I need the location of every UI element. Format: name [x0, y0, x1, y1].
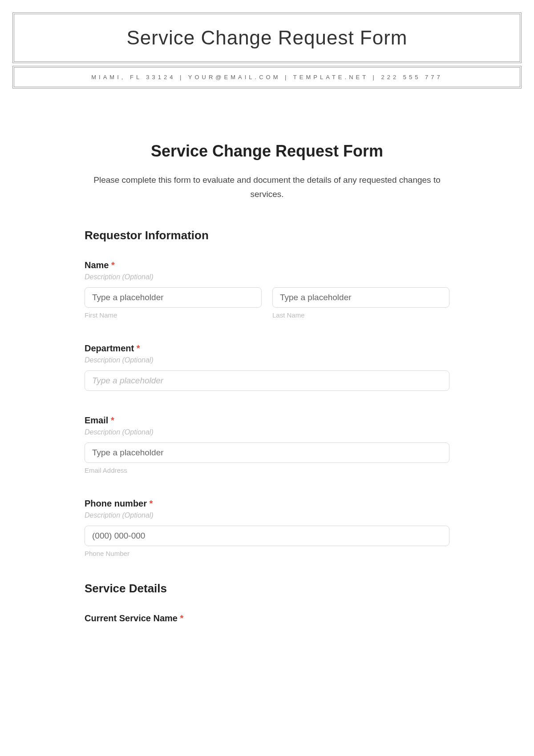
phone-label-text: Phone number: [85, 499, 147, 508]
last-name-input[interactable]: [272, 287, 449, 308]
name-label: Name *: [85, 260, 449, 270]
department-input[interactable]: [85, 370, 449, 391]
required-mark: *: [137, 343, 140, 353]
banner-title-box: Service Change Request Form: [12, 12, 522, 63]
form-container: Service Change Request Form Please compl…: [67, 93, 467, 644]
phone-description: Description (Optional): [85, 511, 449, 519]
banner-title: Service Change Request Form: [23, 27, 511, 49]
email-sublabel: Email Address: [85, 466, 449, 474]
department-label-text: Department: [85, 343, 134, 353]
email-description: Description (Optional): [85, 428, 449, 436]
header-banner: Service Change Request Form MIAMI, FL 33…: [0, 0, 534, 93]
email-label-text: Email: [85, 415, 108, 425]
required-mark: *: [180, 613, 184, 623]
section-service-heading: Service Details: [85, 582, 449, 595]
banner-contact: MIAMI, FL 33124 | YOUR@EMAIL.COM | TEMPL…: [23, 74, 511, 80]
phone-sublabel: Phone Number: [85, 550, 449, 557]
name-label-text: Name: [85, 260, 109, 270]
field-name: Name * Description (Optional) First Name…: [85, 260, 449, 319]
first-name-sublabel: First Name: [85, 311, 262, 319]
field-department: Department * Description (Optional): [85, 343, 449, 391]
field-email: Email * Description (Optional) Email Add…: [85, 415, 449, 474]
field-current-service: Current Service Name *: [85, 613, 449, 623]
phone-input[interactable]: [85, 526, 449, 546]
name-description: Description (Optional): [85, 273, 449, 281]
field-phone: Phone number * Description (Optional) Ph…: [85, 499, 449, 557]
email-label: Email *: [85, 415, 449, 426]
banner-contact-box: MIAMI, FL 33124 | YOUR@EMAIL.COM | TEMPL…: [12, 66, 522, 88]
phone-label: Phone number *: [85, 499, 449, 509]
form-title: Service Change Request Form: [85, 142, 449, 161]
department-label: Department *: [85, 343, 449, 354]
required-mark: *: [111, 260, 115, 270]
department-description: Description (Optional): [85, 356, 449, 364]
current-service-label: Current Service Name *: [85, 613, 449, 623]
current-service-label-text: Current Service Name: [85, 613, 178, 623]
required-mark: *: [111, 415, 114, 425]
form-intro: Please complete this form to evaluate an…: [85, 173, 449, 202]
last-name-sublabel: Last Name: [272, 311, 449, 319]
email-input[interactable]: [85, 442, 449, 463]
required-mark: *: [150, 499, 153, 508]
first-name-input[interactable]: [85, 287, 262, 308]
section-requestor-heading: Requestor Information: [85, 229, 449, 242]
